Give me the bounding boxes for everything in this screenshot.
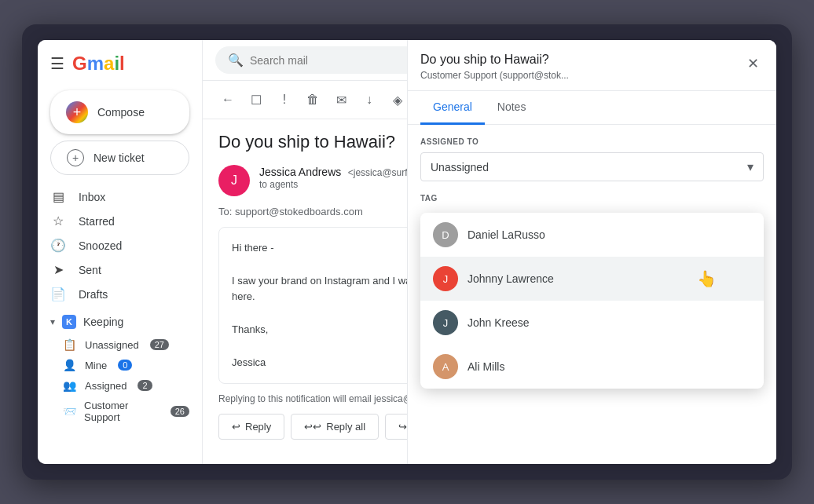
- gmail-window: ☰ Gmail + Compose + New ticket ▤ Inbox: [38, 40, 776, 464]
- reply-all-label: Reply all: [326, 421, 365, 433]
- tab-notes[interactable]: Notes: [485, 91, 539, 125]
- snooze-button[interactable]: ↓: [357, 87, 382, 112]
- dropdown-item-john[interactable]: J John Kreese: [420, 301, 764, 345]
- compose-plus-icon: +: [66, 101, 88, 123]
- sidebar-item-unassigned[interactable]: 📋 Unassigned 27: [38, 334, 202, 355]
- ticket-title: Do you ship to Hawaii?: [420, 53, 742, 67]
- ticket-sidebar: Do you ship to Hawaii? Customer Support …: [407, 40, 776, 464]
- sidebar-item-label-snoozed: Snoozed: [79, 239, 122, 252]
- compose-label: Compose: [97, 106, 145, 119]
- label-button[interactable]: ✉: [328, 87, 354, 112]
- dropdown-item-daniel[interactable]: D Daniel LaRusso: [420, 213, 764, 257]
- mine-badge: 0: [118, 360, 132, 371]
- drafts-icon: 📄: [50, 287, 66, 301]
- customer-support-badge: 26: [170, 406, 189, 417]
- unassigned-icon: 📋: [63, 338, 77, 351]
- dropdown-item-ali[interactable]: A Ali Mills: [420, 345, 764, 389]
- tag-section: TAG: [420, 194, 764, 203]
- sidebar-item-label-drafts: Drafts: [79, 288, 108, 301]
- assigned-to-dropdown[interactable]: Unassigned ▾: [420, 152, 764, 181]
- device-frame: ☰ Gmail + Compose + New ticket ▤ Inbox: [22, 24, 792, 480]
- sidebar-item-label-sent: Sent: [79, 264, 101, 276]
- ticket-subtitle: Customer Support (support@stok...: [420, 70, 742, 81]
- keeping-label: Keeping: [83, 316, 123, 328]
- mine-icon: 👤: [63, 359, 77, 371]
- assigned-icon: 👥: [63, 379, 77, 392]
- agent-avatar-johnny: J: [433, 266, 458, 291]
- new-ticket-label: New ticket: [94, 152, 145, 164]
- customer-support-icon: 📨: [63, 405, 76, 418]
- keeping-section: ▾ K Keeping 📋 Unassigned 27 👤 Mine 0: [38, 309, 202, 427]
- back-button[interactable]: ←: [215, 87, 240, 112]
- sidebar-item-customer-support[interactable]: 📨 Customer Support 26: [38, 396, 202, 427]
- agent-avatar-daniel: D: [433, 222, 458, 247]
- gmail-m-icon: Gmail: [72, 53, 125, 75]
- reply-button[interactable]: ↩ Reply: [218, 414, 284, 440]
- agent-avatar-ali: A: [433, 354, 458, 379]
- sidebar-item-label-customer-support: Customer Support: [84, 400, 160, 423]
- sidebar-item-inbox[interactable]: ▤ Inbox: [38, 184, 189, 209]
- inbox-icon: ▤: [50, 189, 66, 204]
- sidebar-item-sent[interactable]: ➤ Sent: [38, 257, 189, 282]
- sender-name: Jessica Andrews: [259, 166, 341, 178]
- sidebar-item-label-assigned: Assigned: [85, 380, 126, 392]
- reply-all-icon: ↩↩: [304, 421, 321, 433]
- agent-avatar-john: J: [433, 310, 458, 335]
- assigned-to-label: ASSIGNED TO: [420, 137, 764, 146]
- delete-button[interactable]: 🗑: [300, 87, 325, 112]
- reply-label: Reply: [245, 421, 271, 433]
- keeping-icon: K: [61, 314, 77, 330]
- spam-button[interactable]: !: [272, 87, 297, 112]
- ticket-body: ASSIGNED TO Unassigned ▾ D Daniel LaRuss…: [408, 125, 776, 464]
- sidebar-item-starred[interactable]: ☆ Starred: [38, 209, 189, 233]
- agent-name-johnny: Johnny Lawrence: [468, 272, 554, 285]
- close-button[interactable]: ✕: [742, 53, 764, 75]
- dropdown-item-johnny[interactable]: J Johnny Lawrence 👆: [420, 257, 764, 301]
- sidebar-item-assigned[interactable]: 👥 Assigned 2: [38, 375, 202, 396]
- compose-button[interactable]: + Compose: [50, 90, 189, 134]
- gmail-logo: Gmail: [72, 53, 125, 75]
- sidebar: ☰ Gmail + Compose + New ticket ▤ Inbox: [38, 40, 203, 464]
- sidebar-item-label-mine: Mine: [85, 360, 107, 371]
- snoozed-icon: 🕐: [50, 238, 66, 253]
- tabs-row: General Notes: [408, 91, 776, 125]
- cursor-pointer: 👆: [697, 269, 717, 288]
- sent-icon: ➤: [50, 262, 66, 277]
- sender-avatar: J: [218, 165, 250, 196]
- forward-icon: ↪: [398, 421, 407, 433]
- agent-dropdown-overlay: D Daniel LaRusso J Johnny Lawrence 👆 J J…: [420, 213, 764, 389]
- assigned-badge: 2: [138, 380, 152, 391]
- unassigned-value: Unassigned: [431, 161, 489, 173]
- dropdown-arrow-icon: ▾: [747, 159, 754, 174]
- sidebar-item-snoozed[interactable]: 🕐 Snoozed: [38, 233, 189, 257]
- sidebar-item-label-starred: Starred: [79, 215, 115, 228]
- keeping-header[interactable]: ▾ K Keeping: [38, 309, 202, 334]
- sidebar-item-label-inbox: Inbox: [79, 191, 105, 203]
- new-ticket-button[interactable]: + New ticket: [50, 141, 189, 175]
- unassigned-badge: 27: [150, 339, 169, 350]
- search-icon: 🔍: [228, 53, 244, 68]
- ticket-header: Do you ship to Hawaii? Customer Support …: [408, 40, 776, 91]
- sidebar-item-drafts[interactable]: 📄 Drafts: [38, 282, 189, 306]
- hamburger-icon[interactable]: ☰: [50, 54, 64, 73]
- agent-name-john: John Kreese: [468, 316, 530, 329]
- tag-label: TAG: [420, 194, 764, 203]
- k-brand-icon: K: [62, 315, 76, 329]
- agent-name-ali: Ali Mills: [468, 360, 504, 373]
- sidebar-item-label-unassigned: Unassigned: [85, 339, 139, 351]
- reply-all-button[interactable]: ↩↩ Reply all: [291, 414, 379, 440]
- sidebar-header: ☰ Gmail: [38, 46, 202, 87]
- agent-name-daniel: Daniel LaRusso: [468, 228, 545, 241]
- sidebar-item-mine[interactable]: 👤 Mine 0: [38, 355, 202, 375]
- tab-general[interactable]: General: [420, 91, 485, 125]
- reply-icon: ↩: [232, 421, 240, 433]
- new-ticket-icon: +: [67, 149, 84, 166]
- starred-icon: ☆: [50, 214, 66, 228]
- archive-button[interactable]: ☐: [244, 87, 269, 112]
- ticket-title-group: Do you ship to Hawaii? Customer Support …: [420, 53, 742, 81]
